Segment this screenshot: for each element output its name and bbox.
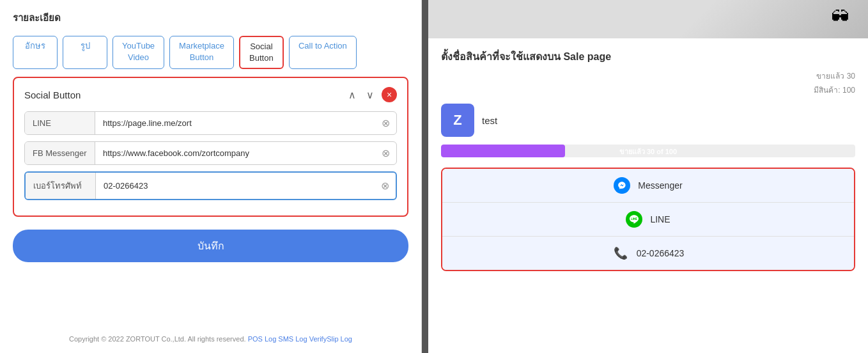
fb-label: FB Messenger [25, 142, 95, 164]
messenger-icon [614, 177, 630, 194]
footer-verifyslip-link[interactable]: VerifySlip Log [309, 335, 352, 343]
right-panel: ตั้งชื่อสินค้าที่จะใช้แสดงบน Sale page ข… [428, 0, 868, 353]
right-content: ตั้งชื่อสินค้าที่จะใช้แสดงบน Sale page ข… [428, 38, 868, 353]
phone-icon: 📞 [612, 245, 629, 262]
stock-count: มีสินค้า: 100 [441, 84, 855, 98]
social-button-card: Social Button ∧ ∨ × LINE ⊗ FB Messenger … [13, 77, 408, 217]
phone-number-label: 02-0266423 [637, 248, 685, 258]
left-panel: รายละเอียด อักษร รูป YouTube Video Marke… [0, 0, 422, 353]
tab-image[interactable]: รูป [63, 36, 107, 69]
tab-font[interactable]: อักษร [13, 36, 58, 69]
phone-input-row: เบอร์โทรศัพท์ ⊗ [24, 171, 397, 200]
line-icon [626, 211, 642, 228]
tab-bar: อักษร รูป YouTube Video Marketplace Butt… [13, 36, 408, 69]
card-close-button[interactable]: × [382, 87, 397, 102]
product-hero-image [428, 0, 868, 38]
stock-bar-label: ขายแล้ว 30 of 100 [619, 146, 677, 157]
phone-label: เบอร์โทรศัพท์ [26, 173, 96, 199]
phone-preview-row[interactable]: 📞 02-0266423 [442, 237, 854, 270]
product-name: test [482, 115, 497, 126]
line-input-row: LINE ⊗ [24, 111, 397, 135]
card-controls: ∧ ∨ × [346, 87, 397, 102]
sold-count: ขายแล้ว 30 [441, 70, 855, 84]
stock-bar-fill [441, 145, 565, 157]
line-label: LINE [650, 214, 670, 224]
footer-log-link[interactable]: Log [265, 335, 276, 343]
footer-pos-link[interactable]: POS [248, 335, 263, 343]
tab-cta[interactable]: Call to Action [289, 36, 357, 69]
fb-url-input[interactable] [95, 142, 375, 164]
line-url-input[interactable] [95, 112, 375, 134]
card-move-down-button[interactable]: ∨ [364, 88, 376, 102]
product-stats: ขายแล้ว 30 มีสินค้า: 100 [441, 70, 855, 97]
save-button[interactable]: บันทึก [13, 230, 408, 262]
tab-marketplace[interactable]: Marketplace Button [169, 36, 234, 69]
product-avatar: Z [441, 104, 474, 137]
phone-clear-button[interactable]: ⊗ [375, 180, 396, 192]
tab-youtube[interactable]: YouTube Video [112, 36, 164, 69]
fb-input-row: FB Messenger ⊗ [24, 141, 397, 165]
messenger-preview-row[interactable]: Messenger [442, 169, 854, 203]
left-footer: Copyright © 2022 ZORTOUT Co.,Ltd. All ri… [13, 330, 408, 343]
stock-bar: ขายแล้ว 30 of 100 [441, 145, 855, 157]
product-row: Z test [441, 104, 855, 137]
phone-input[interactable] [96, 175, 375, 197]
product-section-title: ตั้งชื่อสินค้าที่จะใช้แสดงบน Sale page [441, 49, 855, 65]
tab-social[interactable]: Social Button [239, 36, 284, 69]
line-preview-row[interactable]: LINE [442, 203, 854, 237]
line-label: LINE [25, 112, 95, 134]
line-clear-button[interactable]: ⊗ [375, 117, 396, 129]
messenger-label: Messenger [638, 180, 682, 191]
footer-sms-log-link[interactable]: SMS Log [278, 335, 307, 343]
section-title: รายละเอียด [13, 10, 408, 26]
card-header: Social Button ∧ ∨ × [24, 87, 397, 102]
fb-clear-button[interactable]: ⊗ [375, 147, 396, 159]
card-title: Social Button [24, 90, 81, 100]
panel-divider [422, 0, 428, 353]
card-move-up-button[interactable]: ∧ [346, 88, 359, 102]
social-buttons-preview: Messenger LINE 📞 02-0266423 [441, 168, 855, 271]
